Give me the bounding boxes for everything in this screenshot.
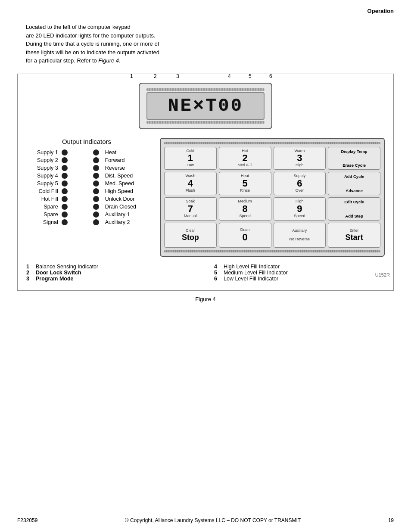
ann-5: 5 bbox=[249, 73, 252, 79]
key-7[interactable]: Soak 7 Manual bbox=[164, 197, 217, 221]
ind-dot-left-9 bbox=[62, 212, 68, 218]
ann-6: 6 bbox=[269, 73, 272, 79]
ind-left-5: Supply 5 bbox=[26, 180, 60, 187]
key-display-temp-top: Display Temp bbox=[341, 149, 367, 154]
fn-row-6: 6 Low Level Fill Indicator bbox=[214, 276, 385, 282]
fn-text-6: Low Level Fill Indicator bbox=[224, 276, 278, 282]
key-display-temp[interactable]: Display Temp Erase Cycle bbox=[328, 147, 380, 170]
display-panel-area: 1 2 3 4 5 6 NE×T00 bbox=[26, 83, 385, 129]
ind-left-1: Supply 1 bbox=[26, 149, 60, 156]
ind-left-4: Supply 4 bbox=[26, 173, 60, 179]
page-footer: F232059 © Copyright, Alliance Laundry Sy… bbox=[0, 517, 411, 523]
ind-dot-right-7 bbox=[93, 196, 99, 202]
ind-right-6: High Speed bbox=[103, 188, 147, 194]
display-seg-top bbox=[146, 88, 265, 91]
key-edit-cycle-bot: Add Step bbox=[345, 214, 363, 218]
display-outer: NE×T00 bbox=[139, 83, 272, 129]
ind-right-2: Forward bbox=[103, 157, 147, 163]
key-5-num: 5 bbox=[243, 179, 248, 188]
ind-left-3: Supply 3 bbox=[26, 165, 60, 171]
fn-num-4: 4 bbox=[214, 264, 220, 270]
key-display-temp-bot: Erase Cycle bbox=[342, 163, 366, 168]
key-6-bot: Over bbox=[296, 189, 304, 193]
ind-dot-right-8 bbox=[93, 204, 99, 210]
fn-num-2: 2 bbox=[26, 270, 32, 276]
ind-dot-left-1 bbox=[62, 149, 68, 156]
ind-dot-right-9 bbox=[93, 212, 99, 218]
key-3[interactable]: Warm 3 High bbox=[274, 147, 326, 170]
key-1-num: 1 bbox=[188, 153, 193, 163]
ind-left-8: Spare bbox=[26, 204, 60, 210]
keypad-area: Cold 1 Low Hot 2 Med./Fill Warm 3 High D… bbox=[160, 138, 385, 257]
ind-dot-left-3 bbox=[62, 165, 68, 171]
ind-dot-left-6 bbox=[62, 188, 68, 194]
ind-dot-left-8 bbox=[62, 204, 68, 210]
keypad-seg-top bbox=[164, 142, 380, 144]
ind-right-9: Auxiliary 1 bbox=[103, 212, 147, 218]
key-4[interactable]: Wash 4 Flush bbox=[164, 172, 217, 195]
key-4-bot: Flush bbox=[186, 189, 195, 193]
ind-right-8: Drain Closed bbox=[103, 204, 147, 210]
ind-right-7: Unlock Door bbox=[103, 196, 147, 202]
key-3-num: 3 bbox=[297, 153, 302, 163]
fn-text-5: Medium Level Fill Indicator bbox=[224, 270, 288, 276]
section-title: Operation bbox=[367, 8, 394, 14]
fn-text-2: Door Lock Switch bbox=[36, 270, 81, 276]
ind-left-10: Signal bbox=[26, 219, 60, 225]
page-header: Operation bbox=[0, 0, 411, 14]
key-add-cycle-top: Add Cycle bbox=[344, 174, 364, 179]
key-4-num: 4 bbox=[188, 179, 193, 188]
fn-text-1: Balance Sensing Indicator bbox=[36, 264, 98, 270]
ind-dot-right-6 bbox=[93, 188, 99, 194]
keypad-seg-bot bbox=[164, 250, 380, 252]
key-2-num: 2 bbox=[243, 153, 248, 163]
ind-right-5: Med. Speed bbox=[103, 180, 147, 187]
display-seg-bot bbox=[146, 121, 265, 124]
key-9[interactable]: High 9 Speed bbox=[274, 197, 326, 221]
intro-text-content: Located to the left of the computer keyp… bbox=[26, 23, 181, 65]
key-aux-top: Auxiliary bbox=[292, 229, 307, 233]
ind-dot-left-7 bbox=[62, 196, 68, 202]
footer-center: © Copyright, Alliance Laundry Systems LL… bbox=[125, 517, 301, 523]
key-2[interactable]: Hot 2 Med./Fill bbox=[219, 147, 271, 170]
key-grid: Cold 1 Low Hot 2 Med./Fill Warm 3 High D… bbox=[164, 147, 380, 248]
ind-dot-left-5 bbox=[62, 180, 68, 187]
fn-row-5: 5 Medium Level Fill Indicator bbox=[214, 270, 385, 276]
intro-paragraph: Located to the left of the computer keyp… bbox=[0, 14, 207, 69]
key-stop-num: Stop bbox=[182, 233, 199, 241]
key-9-bot: Speed bbox=[294, 214, 305, 218]
ind-left-9: Spare bbox=[26, 212, 60, 218]
figure-box: 1 2 3 4 5 6 NE×T00 Output Indicators bbox=[17, 74, 394, 291]
key-stop-top: Clear bbox=[186, 229, 195, 233]
key-1[interactable]: Cold 1 Low bbox=[164, 147, 217, 170]
key-edit-cycle[interactable]: Edit Cycle Add Step bbox=[328, 197, 380, 221]
output-indicators: Output Indicators Supply 1 Heat Supply 2… bbox=[26, 138, 147, 225]
key-stop[interactable]: Clear Stop bbox=[164, 223, 217, 248]
footnotes: 1 Balance Sensing Indicator 2 Door Lock … bbox=[26, 264, 385, 282]
key-8-bot: Speed bbox=[240, 214, 251, 218]
fn-num-5: 5 bbox=[214, 270, 220, 276]
key-5[interactable]: Heat 5 Rinse bbox=[219, 172, 271, 195]
ann-1: 1 bbox=[130, 73, 133, 79]
key-edit-cycle-top: Edit Cycle bbox=[344, 199, 364, 204]
key-add-cycle-bot: Advance bbox=[346, 188, 363, 193]
key-add-cycle[interactable]: Add Cycle Advance bbox=[328, 172, 380, 195]
key-0[interactable]: Drain 0 bbox=[219, 223, 271, 248]
key-auxiliary[interactable]: Auxiliary No Reverse bbox=[274, 223, 326, 248]
ind-right-4: Dist. Speed bbox=[103, 173, 147, 179]
footnotes-left: 1 Balance Sensing Indicator 2 Door Lock … bbox=[26, 264, 197, 282]
ind-dot-left-4 bbox=[62, 173, 68, 179]
output-title: Output Indicators bbox=[26, 138, 147, 145]
ind-dot-right-10 bbox=[93, 219, 99, 225]
key-9-num: 9 bbox=[297, 204, 302, 214]
key-start-top: Enter bbox=[349, 229, 359, 233]
display-wrapper: 1 2 3 4 5 6 NE×T00 bbox=[139, 83, 272, 129]
ind-dot-right-3 bbox=[93, 165, 99, 171]
content-area: Output Indicators Supply 1 Heat Supply 2… bbox=[26, 138, 385, 257]
key-start[interactable]: Enter Start bbox=[328, 223, 380, 248]
key-6[interactable]: Supply 6 Over bbox=[274, 172, 326, 195]
key-start-num: Start bbox=[346, 233, 363, 241]
key-8[interactable]: Medium 8 Speed bbox=[219, 197, 271, 221]
figure-label: Figure 4 bbox=[0, 296, 411, 302]
fn-num-6: 6 bbox=[214, 276, 220, 282]
